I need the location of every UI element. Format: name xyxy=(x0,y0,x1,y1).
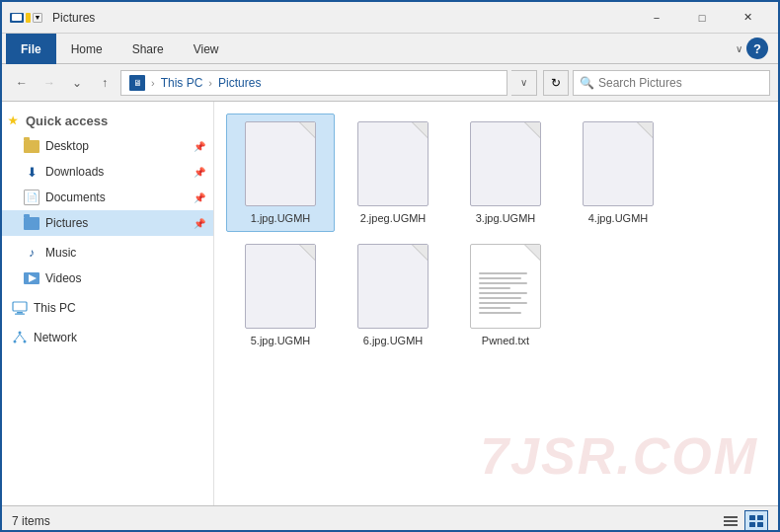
sidebar-pictures-label: Pictures xyxy=(45,216,88,230)
file-item-6[interactable]: 6.jpg.UGMH xyxy=(339,236,447,354)
search-box: 🔍 xyxy=(573,70,770,96)
path-dropdown-button[interactable]: ∨ xyxy=(511,70,537,96)
icon-view-button[interactable] xyxy=(744,510,768,532)
sidebar-item-downloads[interactable]: ⬇ Downloads 📌 xyxy=(2,159,213,185)
pin-icon-desktop: 📌 xyxy=(194,141,205,152)
pin-icon-downloads: 📌 xyxy=(194,167,205,178)
txt-line-7 xyxy=(479,302,527,304)
sidebar-item-thispc[interactable]: This PC xyxy=(2,295,213,321)
tab-view[interactable]: View xyxy=(179,34,234,64)
help-button[interactable]: ? xyxy=(746,38,768,59)
txt-line-2 xyxy=(479,277,521,279)
file-item-3[interactable]: 3.jpg.UGMH xyxy=(451,114,560,232)
svg-line-9 xyxy=(20,335,25,341)
docs-icon: 📄 xyxy=(24,190,39,205)
pin-icon-pictures: 📌 xyxy=(194,218,205,229)
path-part-thispc[interactable]: This PC xyxy=(161,76,203,90)
network-icon xyxy=(12,330,28,345)
music-icon: ♪ xyxy=(24,245,39,261)
svg-point-7 xyxy=(24,341,27,343)
ribbon-extra: ∨ ? xyxy=(736,34,774,63)
path-icon: 🖥 xyxy=(129,75,145,91)
svg-line-8 xyxy=(16,335,21,341)
ribbon-collapse-icon[interactable]: ∨ xyxy=(736,43,742,54)
file-item-2[interactable]: 2.jpeg.UGMH xyxy=(339,114,447,232)
file-icon-2 xyxy=(357,121,429,206)
svg-rect-16 xyxy=(757,522,763,527)
sidebar-item-network[interactable]: Network xyxy=(2,325,213,350)
list-view-button[interactable] xyxy=(719,510,742,532)
sidebar-item-music[interactable]: ♪ Music xyxy=(2,240,213,266)
file-item-7[interactable]: Pwned.txt xyxy=(451,236,560,354)
file-icon-3 xyxy=(470,121,541,206)
pin-icon-documents: 📌 xyxy=(194,192,205,203)
window-title: Pictures xyxy=(52,11,95,25)
file-icon-7 xyxy=(470,244,541,329)
file-name-6: 6.jpg.UGMH xyxy=(363,334,424,347)
sidebar-music-label: Music xyxy=(45,246,76,260)
path-separator-1: › xyxy=(151,77,155,89)
sidebar-header-quick-access: ★ Quick access xyxy=(2,108,213,133)
search-icon: 🔍 xyxy=(580,76,594,90)
file-name-1: 1.jpg.UGMH xyxy=(251,211,311,225)
sidebar: ★ Quick access Desktop 📌 ⬇ Downloads 📌 📄… xyxy=(2,102,214,505)
watermark: 7JSR.COM xyxy=(480,426,758,486)
svg-rect-3 xyxy=(17,312,23,314)
sidebar-item-documents[interactable]: 📄 Documents 📌 xyxy=(2,185,213,210)
title-bar-controls: − □ ✕ xyxy=(634,2,770,34)
txt-line-9 xyxy=(479,312,521,314)
pictures-icon-sm xyxy=(24,217,39,230)
file-thumb-1 xyxy=(241,120,320,207)
sidebar-item-desktop[interactable]: Desktop 📌 xyxy=(2,133,213,159)
tab-home[interactable]: Home xyxy=(56,34,117,64)
up-button[interactable]: ↑ xyxy=(93,71,117,95)
path-part-pictures[interactable]: Pictures xyxy=(218,76,261,90)
txt-line-5 xyxy=(479,292,527,294)
file-name-5: 5.jpg.UGMH xyxy=(251,334,311,347)
file-item-1[interactable]: 1.jpg.UGMH xyxy=(226,114,335,232)
svg-point-6 xyxy=(14,341,17,343)
recent-locations-button[interactable]: ⌄ xyxy=(65,71,89,95)
minimize-button[interactable]: − xyxy=(634,2,679,34)
file-name-7: Pwned.txt xyxy=(482,334,529,347)
file-thumb-3 xyxy=(466,120,545,207)
svg-rect-2 xyxy=(13,302,27,311)
file-grid: 1.jpg.UGMH 2.jpeg.UGMH 3.jpg.UGMH xyxy=(226,114,766,354)
txt-line-8 xyxy=(479,307,510,309)
status-item-count: 7 items xyxy=(12,514,50,528)
sidebar-network-label: Network xyxy=(34,331,77,344)
status-bar: 7 items xyxy=(2,505,778,532)
file-item-5[interactable]: 5.jpg.UGMH xyxy=(226,236,335,354)
back-button[interactable]: ← xyxy=(10,71,34,95)
svg-rect-15 xyxy=(749,522,755,527)
file-thumb-4 xyxy=(579,120,658,207)
svg-rect-12 xyxy=(724,524,738,526)
file-item-4[interactable]: 4.jpg.UGMH xyxy=(564,114,672,232)
sidebar-item-videos[interactable]: Videos xyxy=(2,266,213,291)
search-input[interactable] xyxy=(598,76,763,90)
sidebar-downloads-label: Downloads xyxy=(45,165,104,179)
svg-rect-10 xyxy=(724,516,738,518)
sidebar-item-pictures[interactable]: Pictures 📌 xyxy=(2,210,213,236)
forward-button[interactable]: → xyxy=(38,71,61,95)
address-path: 🖥 › This PC › Pictures xyxy=(120,70,507,96)
sidebar-section-thispc: This PC xyxy=(2,293,213,323)
folder-icon-desktop xyxy=(24,140,39,153)
txt-line-4 xyxy=(479,287,510,289)
refresh-button[interactable]: ↻ xyxy=(543,70,569,96)
tab-file[interactable]: File xyxy=(6,34,56,64)
svg-rect-4 xyxy=(15,314,25,315)
txt-line-3 xyxy=(479,282,527,284)
maximize-button[interactable]: □ xyxy=(679,2,725,34)
sidebar-section-extras: ♪ Music Videos xyxy=(2,238,213,293)
main-layout: ★ Quick access Desktop 📌 ⬇ Downloads 📌 📄… xyxy=(2,102,778,505)
tab-share[interactable]: Share xyxy=(117,34,179,64)
file-name-3: 3.jpg.UGMH xyxy=(476,211,536,225)
txt-line-6 xyxy=(479,297,521,299)
videos-icon xyxy=(24,270,39,286)
close-button[interactable]: ✕ xyxy=(725,2,770,34)
file-icon-5 xyxy=(245,244,316,329)
address-bar: ← → ⌄ ↑ 🖥 › This PC › Pictures ∨ ↻ 🔍 xyxy=(2,64,778,102)
svg-rect-13 xyxy=(749,515,755,520)
file-icon-4 xyxy=(583,121,654,206)
